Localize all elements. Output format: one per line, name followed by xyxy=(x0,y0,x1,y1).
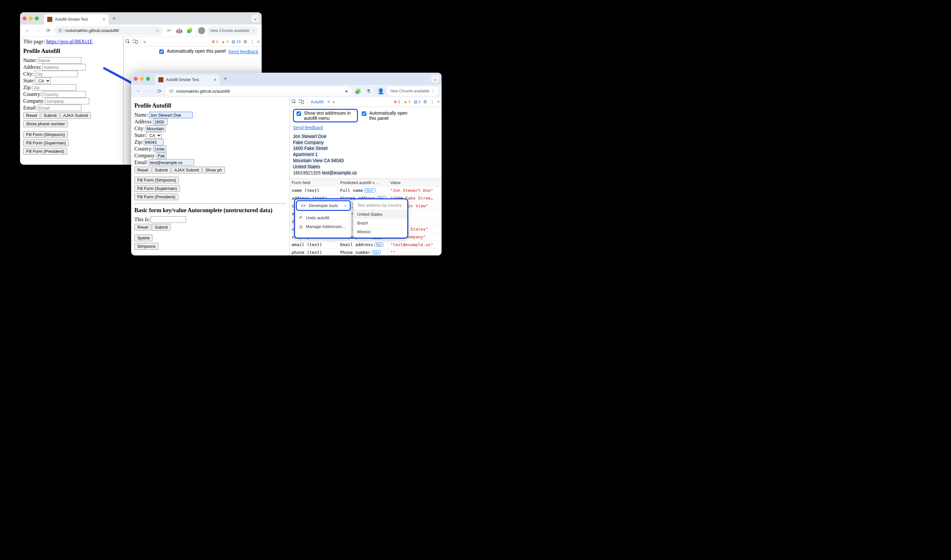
fill-president-button[interactable]: Fill Form (President) xyxy=(23,148,67,155)
auto-open-checkbox[interactable] xyxy=(159,49,164,54)
devtools-tab-autofill[interactable]: Autofill xyxy=(309,100,325,104)
maximize-window-icon[interactable] xyxy=(146,77,150,81)
address-input[interactable] xyxy=(42,64,86,71)
labs-icon[interactable]: ⚗ xyxy=(364,87,372,95)
show-phone-button[interactable]: Show phone number xyxy=(23,120,68,127)
close-window-icon[interactable] xyxy=(134,77,138,81)
console-status[interactable]: ⊗ 1 ▲ 4 ▤ 1 xyxy=(394,100,420,104)
device-toolbar-icon[interactable] xyxy=(299,100,304,104)
menu-undo-autofill[interactable]: ↶ Undo autofill xyxy=(295,214,351,222)
back-button[interactable]: ← xyxy=(23,26,32,35)
close-window-icon[interactable] xyxy=(23,17,26,20)
bookmark-icon[interactable]: ☆ xyxy=(156,28,160,33)
country-option-us[interactable]: United States xyxy=(353,210,407,218)
this-page-link[interactable]: https://goo.gl/B6Xs1E xyxy=(46,39,93,44)
bookmark-icon[interactable]: ★ xyxy=(345,89,349,94)
close-panel-tab-icon[interactable]: × xyxy=(327,99,330,104)
country-option-mexico[interactable]: Mexico xyxy=(353,228,407,236)
reload-button[interactable]: ⟳ xyxy=(155,87,163,95)
menu-manage-addresses[interactable]: ◎ Manage Addresses… xyxy=(295,222,351,231)
devtools-menu-icon[interactable]: ⋮ xyxy=(430,99,434,104)
maximize-window-icon[interactable] xyxy=(35,17,39,20)
profile-avatar[interactable]: 👤 xyxy=(377,87,385,95)
reset-button[interactable]: Reset xyxy=(134,167,151,174)
city-input[interactable] xyxy=(145,125,165,132)
forward-button[interactable]: → xyxy=(34,26,42,35)
site-settings-icon[interactable]: ⚙ xyxy=(169,89,174,93)
inspect-element-icon[interactable] xyxy=(126,39,130,44)
address-bar[interactable]: ⚙ rsolomakhin.github.io/autofill/ ★ xyxy=(165,86,352,95)
ajax-submit-button[interactable]: AJAX Submit xyxy=(171,167,202,174)
robot-icon[interactable]: 🤖 xyxy=(175,26,183,35)
state-select[interactable]: CA xyxy=(147,132,162,138)
new-tab-button[interactable]: + xyxy=(222,75,229,82)
close-devtools-icon[interactable]: × xyxy=(257,39,260,44)
devtools-menu-icon[interactable]: ⋮ xyxy=(250,39,255,44)
extensions-icon[interactable]: 🧩 xyxy=(354,87,362,95)
close-devtools-icon[interactable]: × xyxy=(437,99,440,104)
simpsons-button[interactable]: Simpsons xyxy=(134,243,158,250)
country-input[interactable] xyxy=(154,146,166,152)
close-tab-icon[interactable]: × xyxy=(103,17,105,22)
inspect-element-icon[interactable] xyxy=(292,100,296,104)
extensions-icon[interactable]: 🧩 xyxy=(185,26,194,35)
update-chip[interactable]: New Chrome available ⋮ xyxy=(207,26,259,35)
browser-tab[interactable]: Autofill Smoke Test × xyxy=(44,14,109,25)
ajax-submit-button[interactable]: AJAX Submit xyxy=(60,112,91,119)
table-row[interactable]: email (text)Email address heu"test@examp… xyxy=(290,241,442,249)
email-input[interactable] xyxy=(149,159,194,166)
reset-button-2[interactable]: Reset xyxy=(134,224,151,231)
send-feedback-link[interactable]: Send feedback xyxy=(293,125,323,130)
more-tabs-icon[interactable]: » xyxy=(332,99,335,104)
fill-president-button[interactable]: Fill Form (President) xyxy=(134,194,178,200)
tab-search-button[interactable]: ⌄ xyxy=(251,15,259,22)
zip-input[interactable] xyxy=(144,139,164,145)
reload-button[interactable]: ⟳ xyxy=(44,26,52,35)
site-settings-icon[interactable]: ⚙ xyxy=(57,28,63,32)
show-test-addresses-checkbox[interactable] xyxy=(297,111,301,116)
country-input[interactable] xyxy=(42,91,86,97)
reset-button[interactable]: Reset xyxy=(23,112,40,119)
fill-simpsons-button[interactable]: Fill Form (Simpsons) xyxy=(23,131,68,138)
address-bar[interactable]: ⚙ rsolomakhin.github.io/autofill/ ☆ xyxy=(54,26,163,35)
forward-button[interactable]: → xyxy=(145,87,153,95)
this-is-input[interactable] xyxy=(151,216,186,223)
table-row[interactable]: name (text)Full name heur"Jon Stewart Do… xyxy=(290,187,442,194)
zip-input[interactable] xyxy=(32,84,76,91)
email-input[interactable] xyxy=(38,105,82,111)
name-input[interactable] xyxy=(38,57,82,64)
city-input[interactable] xyxy=(34,71,78,77)
address-input[interactable] xyxy=(154,118,168,125)
send-feedback-link[interactable]: Send feedback xyxy=(228,49,259,54)
name-input[interactable] xyxy=(149,112,192,118)
submit-button[interactable]: Submit xyxy=(41,112,60,119)
close-tab-icon[interactable]: × xyxy=(214,77,217,82)
tab-search-button[interactable]: ⌄ xyxy=(431,75,439,83)
menu-developer-tools[interactable]: <> Developer tools › xyxy=(296,200,351,211)
update-chip[interactable]: New Chrome available ⋮ xyxy=(387,86,439,95)
more-tabs-icon[interactable]: » xyxy=(143,39,146,44)
new-tab-button[interactable]: + xyxy=(111,15,118,22)
submit-button-2[interactable]: Submit xyxy=(152,224,171,231)
cut-icon[interactable]: ✂ xyxy=(165,26,173,35)
browser-tab[interactable]: Autofill Smoke Test × xyxy=(155,75,220,85)
console-status[interactable]: ⊗ 1 ▲ 4 ▤ 14 xyxy=(212,39,241,44)
company-input[interactable] xyxy=(157,152,166,159)
settings-icon[interactable]: ⚙ xyxy=(243,39,248,44)
show-phone-button[interactable]: Show ph xyxy=(203,167,225,174)
back-button[interactable]: ← xyxy=(134,87,143,95)
submit-button[interactable]: Submit xyxy=(152,167,171,174)
fill-superman-button[interactable]: Fill Form (Superman) xyxy=(23,140,69,146)
fill-superman-button[interactable]: Fill Form (Superman) xyxy=(134,185,180,192)
state-select[interactable]: CA xyxy=(35,77,51,84)
country-option-brazil[interactable]: Brazil xyxy=(353,218,407,228)
device-toolbar-icon[interactable] xyxy=(133,39,138,44)
profile-avatar[interactable] xyxy=(198,27,205,34)
fill-simpsons-button[interactable]: Fill Form (Simpsons) xyxy=(134,177,179,183)
table-row[interactable]: phone (text)Phone number heu"" xyxy=(290,249,442,255)
settings-icon[interactable]: ⚙ xyxy=(423,99,427,104)
minimize-window-icon[interactable] xyxy=(140,77,144,81)
company-input[interactable] xyxy=(46,98,89,104)
minimize-window-icon[interactable] xyxy=(29,17,32,20)
auto-open-checkbox[interactable] xyxy=(362,111,366,116)
